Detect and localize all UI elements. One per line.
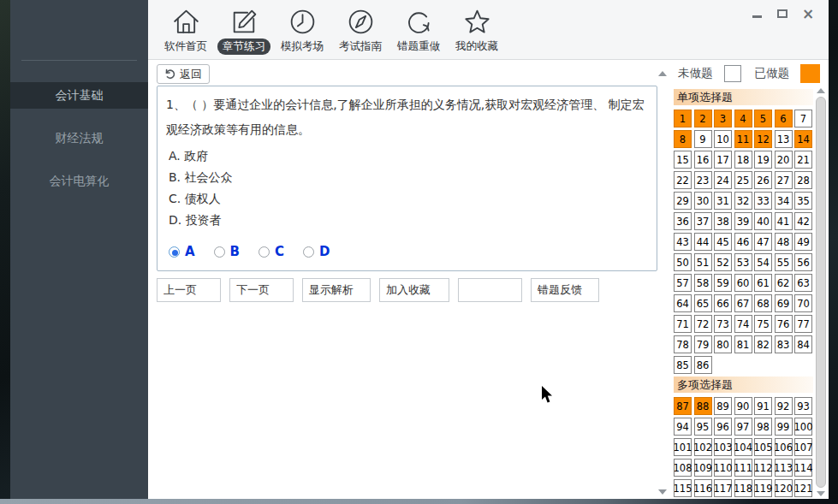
question-cell-83[interactable]: 83 — [775, 335, 793, 353]
question-cell-95[interactable]: 95 — [694, 418, 712, 436]
question-cell-116[interactable]: 116 — [694, 479, 712, 497]
question-cell-93[interactable]: 93 — [794, 397, 812, 415]
question-cell-99[interactable]: 99 — [775, 418, 793, 436]
toolbar-item-4[interactable]: 考试指南 — [331, 4, 389, 55]
question-cell-88[interactable]: 88 — [694, 397, 712, 415]
question-cell-92[interactable]: 92 — [775, 397, 793, 415]
question-cell-75[interactable]: 75 — [754, 315, 772, 333]
toolbar-item-5[interactable]: 错题重做 — [389, 4, 448, 55]
question-cell-44[interactable]: 44 — [694, 233, 712, 251]
question-cell-3[interactable]: 3 — [714, 110, 732, 127]
question-cell-113[interactable]: 113 — [775, 459, 793, 477]
question-cell-106[interactable]: 106 — [775, 438, 793, 456]
question-cell-97[interactable]: 97 — [734, 418, 752, 436]
question-cell-41[interactable]: 41 — [775, 212, 793, 230]
question-cell-23[interactable]: 23 — [694, 171, 712, 189]
question-cell-56[interactable]: 56 — [794, 253, 812, 271]
scrollbar-down-arrow[interactable] — [817, 491, 825, 496]
question-cell-25[interactable]: 25 — [734, 171, 752, 189]
question-cell-32[interactable]: 32 — [734, 192, 752, 210]
question-cell-38[interactable]: 38 — [714, 212, 732, 230]
toolbar-item-2[interactable]: 章节练习 — [215, 4, 273, 55]
maximize-button[interactable] — [776, 7, 789, 21]
sidebar-item-1[interactable]: 会计基础 — [10, 82, 148, 109]
question-cell-72[interactable]: 72 — [694, 315, 712, 333]
question-cell-89[interactable]: 89 — [714, 397, 732, 415]
question-cell-101[interactable]: 101 — [674, 438, 692, 456]
question-cell-85[interactable]: 85 — [674, 356, 692, 374]
question-cell-57[interactable]: 57 — [674, 274, 692, 292]
scrollbar-up-arrow[interactable] — [817, 88, 825, 93]
question-cell-110[interactable]: 110 — [714, 459, 732, 477]
question-cell-108[interactable]: 108 — [674, 459, 692, 477]
question-cell-117[interactable]: 117 — [714, 479, 732, 497]
close-button[interactable]: × — [801, 7, 815, 21]
question-cell-9[interactable]: 9 — [694, 130, 712, 148]
question-cell-84[interactable]: 84 — [794, 335, 812, 353]
toolbar-item-1[interactable]: 软件首页 — [157, 4, 215, 55]
question-cell-91[interactable]: 91 — [754, 397, 772, 415]
question-cell-67[interactable]: 67 — [734, 294, 752, 312]
question-cell-100[interactable]: 100 — [794, 418, 812, 436]
action-button-2[interactable]: 下一页 — [229, 278, 294, 302]
action-button-5[interactable] — [458, 278, 522, 302]
question-cell-5[interactable]: 5 — [754, 110, 772, 127]
question-cell-60[interactable]: 60 — [734, 274, 752, 292]
question-cell-68[interactable]: 68 — [754, 294, 772, 312]
question-cell-107[interactable]: 107 — [794, 438, 812, 456]
question-cell-104[interactable]: 104 — [734, 438, 752, 456]
question-cell-21[interactable]: 21 — [794, 151, 812, 169]
question-cell-86[interactable]: 86 — [694, 356, 712, 374]
question-cell-29[interactable]: 29 — [674, 192, 692, 210]
question-cell-102[interactable]: 102 — [694, 438, 712, 456]
main-scroll-down-arrow[interactable] — [658, 489, 667, 495]
question-cell-42[interactable]: 42 — [794, 212, 812, 230]
sidebar-item-3[interactable]: 会计电算化 — [10, 168, 148, 194]
question-cell-77[interactable]: 77 — [794, 315, 812, 333]
question-cell-70[interactable]: 70 — [794, 294, 812, 312]
question-cell-103[interactable]: 103 — [714, 438, 732, 456]
main-scroll-up-arrow[interactable] — [658, 71, 667, 76]
question-cell-82[interactable]: 82 — [754, 335, 772, 353]
action-button-3[interactable]: 显示解析 — [302, 278, 371, 302]
question-cell-81[interactable]: 81 — [734, 335, 752, 353]
question-cell-2[interactable]: 2 — [694, 110, 712, 127]
question-cell-43[interactable]: 43 — [674, 233, 692, 251]
question-cell-16[interactable]: 16 — [694, 151, 712, 169]
question-cell-33[interactable]: 33 — [754, 192, 772, 210]
question-cell-6[interactable]: 6 — [775, 110, 793, 127]
question-cell-120[interactable]: 120 — [775, 479, 793, 497]
question-cell-115[interactable]: 115 — [674, 479, 692, 497]
minimize-button[interactable] — [750, 7, 764, 21]
question-cell-66[interactable]: 66 — [714, 294, 732, 312]
question-cell-73[interactable]: 73 — [714, 315, 732, 333]
question-cell-40[interactable]: 40 — [754, 212, 772, 230]
question-cell-63[interactable]: 63 — [794, 274, 812, 292]
question-cell-49[interactable]: 49 — [794, 233, 812, 251]
question-cell-8[interactable]: 8 — [674, 130, 692, 148]
question-cell-53[interactable]: 53 — [734, 253, 752, 271]
panel-scrollbar[interactable] — [816, 88, 827, 496]
toolbar-item-6[interactable]: 我的收藏 — [448, 4, 506, 55]
question-cell-11[interactable]: 11 — [734, 130, 752, 148]
question-cell-20[interactable]: 20 — [775, 151, 793, 169]
answer-radio-A[interactable]: A — [169, 244, 195, 259]
question-cell-37[interactable]: 37 — [694, 212, 712, 230]
question-cell-45[interactable]: 45 — [714, 233, 732, 251]
back-button[interactable]: 返回 — [157, 64, 210, 84]
question-cell-69[interactable]: 69 — [775, 294, 793, 312]
question-cell-94[interactable]: 94 — [674, 418, 692, 436]
question-cell-105[interactable]: 105 — [754, 438, 772, 456]
question-cell-64[interactable]: 64 — [674, 294, 692, 312]
question-cell-15[interactable]: 15 — [674, 151, 692, 169]
question-cell-59[interactable]: 59 — [714, 274, 732, 292]
question-cell-35[interactable]: 35 — [794, 192, 812, 210]
question-cell-109[interactable]: 109 — [694, 459, 712, 477]
question-cell-114[interactable]: 114 — [794, 459, 812, 477]
question-cell-36[interactable]: 36 — [674, 212, 692, 230]
question-cell-31[interactable]: 31 — [714, 192, 732, 210]
question-cell-28[interactable]: 28 — [794, 171, 812, 189]
question-cell-46[interactable]: 46 — [734, 233, 752, 251]
scrollbar-thumb[interactable] — [816, 97, 826, 488]
question-cell-119[interactable]: 119 — [754, 479, 772, 497]
